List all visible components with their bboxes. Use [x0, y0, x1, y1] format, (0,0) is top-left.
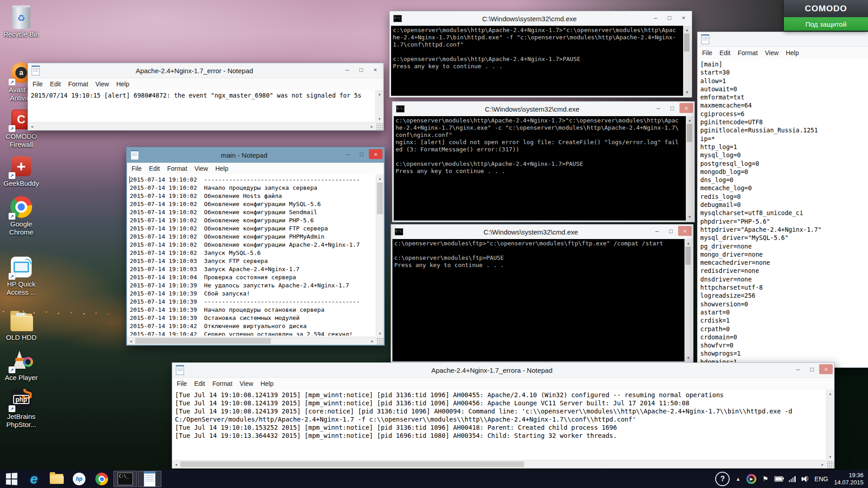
maximize-button[interactable]: □ [355, 149, 368, 159]
vertical-scrollbar[interactable]: ▴ ▾ [683, 26, 690, 96]
scroll-thumb[interactable] [684, 33, 689, 52]
menu-item-help[interactable]: Help [212, 165, 232, 172]
resize-grip[interactable] [376, 122, 383, 130]
scroll-thumb[interactable] [685, 247, 691, 265]
taskbar-internet-explorer[interactable]: e [23, 470, 45, 488]
desktop-icon-phpstorm[interactable]: Sphp↗ JetBrains PhpStor... [1, 388, 42, 429]
console-output[interactable]: c:\openserver\modules\http\Apache-2.4+Ng… [391, 26, 690, 96]
vertical-scrollbar[interactable]: ▴ ▾ [826, 389, 834, 460]
titlebar[interactable]: Apache-2.4+Nginx-1.7_error - Notepad – □… [28, 63, 383, 78]
menu-item-format[interactable]: Format [65, 80, 92, 88]
scroll-thumb[interactable] [180, 461, 524, 467]
text-area[interactable]: [Tue Jul 14 19:10:08.124139 2015] [mpm_w… [175, 391, 825, 459]
minimize-button[interactable]: – [340, 65, 354, 75]
language-indicator[interactable]: ENG [815, 475, 828, 483]
menu-item-edit[interactable]: Edit [191, 380, 209, 387]
menu-item-edit[interactable]: Edit [47, 80, 65, 88]
maximize-button[interactable]: □ [664, 226, 678, 236]
network-signal-icon[interactable] [789, 476, 796, 482]
taskbar-file-explorer[interactable] [45, 470, 68, 488]
maximize-button[interactable]: □ [354, 65, 368, 75]
maximize-button[interactable]: □ [805, 364, 819, 374]
resize-grip[interactable] [826, 460, 834, 468]
minimize-button[interactable]: – [791, 364, 805, 374]
menu-item-file[interactable]: File [698, 49, 716, 56]
desktop-icon-chrome[interactable]: ↗ Google Chrome [1, 195, 42, 236]
vertical-scrollbar[interactable]: ▴ ▾ [375, 90, 383, 122]
close-button[interactable]: × [678, 226, 692, 236]
scroll-left-icon[interactable]: ◂ [28, 122, 36, 130]
scroll-up-icon[interactable]: ▴ [826, 389, 834, 397]
minimize-button[interactable]: – [341, 149, 354, 159]
scroll-down-icon[interactable]: ▾ [683, 88, 691, 96]
close-button[interactable]: × [369, 149, 382, 159]
menu-item-format[interactable]: Format [164, 165, 191, 172]
taskbar-chrome[interactable] [90, 470, 113, 488]
menu-item-help[interactable]: Help [782, 49, 802, 56]
resize-grip[interactable] [376, 337, 384, 345]
scroll-up-icon[interactable]: ▴ [376, 90, 383, 98]
close-button[interactable]: × [679, 103, 693, 113]
vertical-scrollbar[interactable]: ▴ ▾ [686, 116, 693, 221]
scroll-down-icon[interactable]: ▾ [686, 213, 693, 221]
desktop-icon-geekbuddy[interactable]: +↗ GeekBuddy [1, 155, 42, 188]
titlebar[interactable]: main - Notepad – □ × [127, 148, 384, 163]
scroll-up-icon[interactable]: ▴ [683, 26, 691, 33]
text-area[interactable]: 2015-07-14 19:10:02 --------------------… [130, 176, 375, 336]
horizontal-scrollbar[interactable]: ◂ ▸ [127, 337, 376, 345]
scroll-left-icon[interactable]: ◂ [127, 337, 135, 345]
close-button[interactable]: × [368, 65, 382, 75]
minimize-button[interactable]: – [650, 226, 664, 236]
desktop-icon-recycle-bin[interactable]: ♻ Recycle Bin [1, 5, 42, 38]
geekbuddy-help-icon[interactable]: ? [715, 472, 730, 486]
vertical-scrollbar[interactable]: ▴ ▾ [376, 174, 384, 337]
titlebar[interactable]: C:\. C:\Windows\system32\cmd.exe – □ × [392, 102, 694, 117]
taskbar-notepad[interactable] [138, 471, 161, 487]
menu-item-file[interactable]: File [173, 380, 191, 387]
desktop-icon-old-hdd[interactable]: OLD HDD [1, 309, 42, 342]
console-output[interactable]: c:\openserver\modules\http\Apache-2.4+Ng… [394, 116, 693, 221]
menu-item-format[interactable]: Format [734, 49, 761, 56]
scroll-up-icon[interactable]: ▴ [376, 174, 384, 182]
scroll-up-icon[interactable]: ▴ [684, 239, 692, 247]
media-player-tray-icon[interactable] [746, 474, 756, 484]
close-button[interactable]: × [819, 364, 833, 374]
titlebar[interactable]: C:\. C:\Windows\system32\cmd.exe – □ × [391, 225, 693, 239]
scroll-right-icon[interactable]: ▸ [819, 460, 826, 468]
scroll-down-icon[interactable]: ▾ [826, 453, 834, 460]
text-area[interactable]: 2015/07/14 19:10:15 [alert] 6980#4872: t… [31, 91, 374, 121]
menu-item-view[interactable]: View [236, 380, 257, 387]
scroll-right-icon[interactable]: ▸ [368, 337, 376, 345]
maximize-button[interactable]: □ [665, 103, 679, 113]
menu-item-view[interactable]: View [761, 49, 782, 56]
maximize-button[interactable]: □ [663, 13, 676, 23]
console-output[interactable]: c:\openserver\modules\ftp>"c:\openserver… [392, 239, 692, 361]
taskbar-cmd[interactable]: C:\_ [113, 471, 137, 487]
scroll-thumb[interactable] [377, 183, 383, 214]
vertical-scrollbar[interactable]: ▴ ▾ [684, 239, 692, 361]
scroll-down-icon[interactable]: ▾ [376, 329, 384, 337]
menu-item-edit[interactable]: Edit [146, 165, 164, 172]
menu-item-help[interactable]: Help [113, 80, 133, 88]
menu-item-file[interactable]: File [128, 165, 146, 172]
scroll-right-icon[interactable]: ▸ [368, 122, 376, 130]
menu-item-help[interactable]: Help [257, 380, 277, 387]
scroll-thumb[interactable] [135, 338, 271, 344]
menu-item-format[interactable]: Format [209, 380, 236, 387]
horizontal-scrollbar[interactable]: ◂ ▸ [28, 122, 376, 130]
menu-item-view[interactable]: View [191, 165, 212, 172]
titlebar[interactable] [698, 32, 868, 47]
action-center-flag-icon[interactable]: ⚑ [762, 475, 768, 483]
scroll-thumb[interactable] [687, 124, 692, 142]
comodo-widget[interactable]: COMODO Под защитой [784, 0, 868, 31]
scroll-down-icon[interactable]: ▾ [376, 115, 383, 122]
menu-item-edit[interactable]: Edit [716, 49, 734, 56]
show-hidden-icons[interactable]: ▲ [736, 476, 741, 482]
taskbar-hp[interactable]: hp [68, 470, 90, 488]
scroll-down-icon[interactable]: ▾ [684, 354, 692, 361]
scroll-left-icon[interactable]: ◂ [172, 460, 180, 468]
titlebar[interactable]: C:\. C:\Windows\system32\cmd.exe – □ × [390, 11, 692, 26]
text-area[interactable]: [main]start=30allow=1autowait=0emformat=… [700, 60, 868, 366]
volume-icon[interactable]: ) [802, 476, 809, 482]
menu-item-view[interactable]: View [92, 80, 113, 88]
